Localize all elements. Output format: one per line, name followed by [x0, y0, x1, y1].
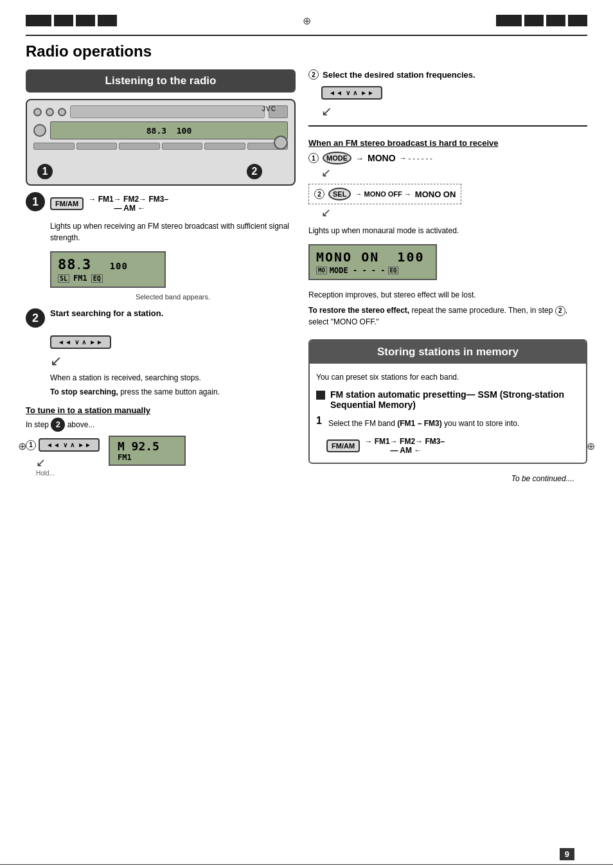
fm-station-heading-row: FM station automatic presetting— SSM (St…	[316, 389, 580, 410]
manual-seek-button[interactable]: ◄◄ ∨ ∧ ►►	[39, 438, 100, 452]
storing-intro: You can preset six stations for each ban…	[316, 371, 580, 383]
bottom-bar: EN06-13_KW-XC404[UI]f.indd 9 ⊕ 8/4/05 10…	[0, 864, 613, 868]
top-bar-block-5	[496, 15, 522, 26]
storing-fm-sequence: FM/AM → FM1→ FM2→ FM3– — AM ←	[326, 437, 580, 455]
fm-section-heading: FM station automatic presetting— SSM (St…	[330, 389, 580, 410]
manual-freq-value: M 92.5	[118, 439, 177, 453]
eq2-indicator: EQ	[388, 267, 399, 274]
restore-bold: To restore the stereo effect,	[308, 306, 409, 315]
mono-display-area: MONO ON 100 MO MODE - - - - EQ	[308, 240, 587, 284]
step2-right-button-area: ◄◄ ∨ ∧ ►► ↙	[321, 84, 587, 119]
radio-circle-btn	[33, 124, 46, 137]
top-bar: ⊕	[0, 12, 613, 30]
storing-step1-row: 1 Select the FM band (FM1 – FM3) you wan…	[316, 415, 580, 432]
device-label-2: 2	[247, 164, 262, 179]
to-be-continued-text: To be continued....	[511, 474, 574, 483]
left-reg-symbol: ⊕	[18, 440, 26, 451]
seek-button[interactable]: ◄◄ ∨ ∧ ►►	[50, 335, 111, 349]
radio-vol-knob	[274, 136, 288, 150]
stop-searching-bold: To stop searching,	[50, 387, 118, 396]
manual-band-value: FM1	[118, 453, 177, 462]
left-registration-mark: ⊕	[18, 439, 26, 452]
step2-content: Start searching for a station.	[50, 308, 163, 318]
device-label-1: 1	[37, 164, 53, 179]
storing-fmam-btn[interactable]: FM/AM	[326, 439, 360, 452]
page-wrapper: ⊕ Radio operations Listening to the radi…	[0, 12, 613, 868]
top-bar-block-3	[76, 15, 95, 26]
mo-indicator: MO	[316, 267, 327, 274]
top-bar-center: ⊕	[117, 15, 496, 27]
storing-step1-text: Select the FM band (FM1 – FM3) you want …	[328, 418, 519, 429]
restore-step-circle: 2	[555, 306, 565, 316]
mono-text: MONO	[368, 153, 396, 163]
manual-tune-intro: In step 2 above...	[26, 418, 296, 432]
manual-tune-step: 1 ◄◄ ∨ ∧ ►► ↙ Hold... M 92.5 FM1	[26, 436, 296, 477]
radio-display: 88.3 100	[50, 121, 288, 139]
storing-heading: Storing stations in memory	[310, 341, 586, 364]
storing-step1: 1 Select the FM band (FM1 – FM3) you wan…	[316, 415, 580, 455]
seek-cursor-arrow: ↙	[50, 353, 296, 369]
step2-right-cursor: ↙	[321, 103, 587, 119]
col-right: 2 Select the desired station frequencies…	[308, 69, 587, 483]
top-bar-left	[26, 15, 117, 26]
mode-display-text: MODE - - - -	[330, 266, 386, 275]
fs-step2-circle: 2	[314, 189, 324, 199]
step1-caption: Lights up when receiving an FM stereo br…	[50, 220, 296, 244]
mono-dash-arrow: → - - - - - -	[400, 154, 432, 162]
mono-on-text: MONO ON	[415, 190, 456, 199]
radio-row2: 88.3 100	[33, 121, 288, 139]
fm-stereo-section: When an FM stereo broadcast is hard to r…	[308, 125, 587, 328]
restore-text: To restore the stereo effect, repeat the…	[308, 305, 587, 328]
radio-sm-btn-5	[204, 143, 245, 150]
right-reg-symbol: ⊕	[587, 440, 595, 451]
radio-knob-2	[46, 108, 54, 116]
step2-right-area: 2 Select the desired station frequencies…	[308, 69, 587, 119]
fs-step1-circle: 1	[308, 153, 319, 163]
top-bar-block-1	[26, 15, 51, 26]
radio-knob-1	[33, 108, 42, 116]
step1-content: FM/AM → FM1→ FM2→ FM3– — AM ←	[50, 192, 168, 215]
listening-heading: Listening to the radio	[26, 69, 296, 93]
step2-captions: When a station is received, searching st…	[50, 372, 296, 398]
main-content: Radio operations Listening to the radio	[0, 36, 613, 496]
selected-band-caption: Selected band appears.	[50, 293, 296, 301]
top-bar-block-7	[546, 15, 565, 26]
step1-circle: 1	[26, 192, 45, 211]
sel-button[interactable]: SEL	[328, 188, 351, 200]
step2-caption1: When a station is received, searching st…	[50, 372, 296, 384]
step2-caption2: To stop searching, press the same button…	[50, 386, 296, 398]
frequency-display: 88.3 100 SL FM1 EQ	[50, 251, 166, 288]
black-square-icon	[316, 391, 325, 400]
manual-frequency-display: M 92.5 FM1	[109, 436, 186, 466]
fm-stereo-step2-row: 2 SEL → MONO OFF → MONO ON	[308, 184, 461, 204]
radio-sm-btn-1	[33, 143, 75, 150]
step2-right-circle: 2	[308, 69, 319, 80]
to-be-continued: To be continued....	[308, 474, 587, 483]
fmam-button[interactable]: FM/AM	[50, 197, 84, 210]
step2-row: 2 Start searching for a station.	[26, 308, 296, 328]
storing-fm-sequence-area: FM/AM → FM1→ FM2→ FM3– — AM ←	[326, 437, 580, 455]
mono-on-display-bottom: MO MODE - - - - EQ	[316, 266, 429, 275]
manual-display-area: M 92.5 FM1	[109, 436, 186, 466]
two-col-layout: Listening to the radio 88.3 100	[26, 69, 587, 483]
mode-button[interactable]: MODE	[323, 152, 351, 164]
step2-desc: Start searching for a station.	[50, 308, 163, 318]
top-bar-block-2	[54, 15, 73, 26]
manual-cursor: ↙	[36, 456, 100, 470]
eq-indicator: EQ	[91, 274, 103, 283]
frequency-value: 88.3 100	[58, 256, 158, 272]
fm-sequence-text: → FM1→ FM2→ FM3– — AM ←	[86, 195, 168, 213]
top-bar-right	[496, 15, 587, 26]
mode-arrow: →	[355, 154, 364, 163]
top-bar-block-6	[524, 15, 544, 26]
manual-seek-row: 1 ◄◄ ∨ ∧ ►►	[26, 436, 100, 454]
page-title: Radio operations	[26, 42, 587, 60]
registration-mark-top: ⊕	[303, 15, 311, 27]
fm-stereo-heading: When an FM stereo broadcast is hard to r…	[308, 138, 587, 148]
display-bottom-row: SL FM1 EQ	[58, 274, 158, 283]
fs-step1-cursor: ↙	[321, 166, 587, 180]
fm-stereo-step1-row: 1 MODE → MONO → - - - - - -	[308, 152, 587, 164]
top-bar-block-8	[568, 15, 587, 26]
step2-right-seek-btn[interactable]: ◄◄ ∨ ∧ ►►	[321, 86, 382, 100]
storing-section: Storing stations in memory You can prese…	[308, 339, 587, 464]
